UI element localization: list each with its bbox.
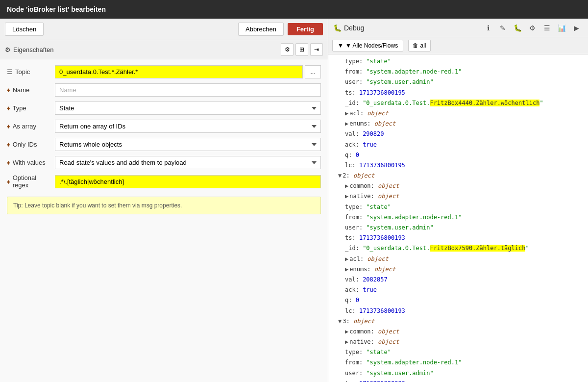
as-array-select[interactable]: Return one array of IDs Return separate … xyxy=(55,120,321,133)
topic-row: ☰ Topic ... xyxy=(7,65,321,78)
main-layout: Löschen Abbrechen Fertig ⚙ Eigenschaften… xyxy=(0,19,588,382)
debug-line: val: 290820 xyxy=(328,129,588,139)
as-array-label: ♦ As array xyxy=(7,123,51,130)
form-body: ☰ Topic ... ♦ Name ♦ T xyxy=(0,59,328,382)
debug-line: ts: 1713736800195 xyxy=(328,88,588,98)
name-row: ♦ Name xyxy=(7,83,321,97)
type-label: ♦ Type xyxy=(7,104,51,112)
debug-content: type: "state" from: "system.adapter.node… xyxy=(328,54,588,382)
properties-title: ⚙ Eigenschaften xyxy=(5,46,53,53)
topic-input[interactable] xyxy=(55,65,303,78)
debug-line: lc: 1713736800195 xyxy=(328,160,588,171)
as-array-bullet: ♦ xyxy=(7,123,10,130)
debug-line: type: "state" xyxy=(328,202,588,212)
debug-line: from: "system.adapter.node-red.1" xyxy=(328,67,588,77)
debug-header: 🐛 Debug ℹ ✎ 🐛 ⚙ ☰ 📊 ▶ xyxy=(328,19,588,37)
only-ids-bullet: ♦ xyxy=(7,141,10,148)
properties-icons: ⚙ ⊞ ⇥ xyxy=(281,43,323,56)
only-ids-row: ♦ Only IDs Returns whole objects Only ID… xyxy=(7,138,321,151)
chart-icon-btn[interactable]: 📊 xyxy=(555,21,568,35)
right-panel: 🐛 Debug ℹ ✎ 🐛 ⚙ ☰ 📊 ▶ ▼ ▼ Alle Nodes/Flo… xyxy=(328,19,588,382)
filter-icon: ▼ xyxy=(338,42,343,49)
all-btn[interactable]: 🗑 all xyxy=(408,40,430,51)
debug-line-common3[interactable]: ▶common: object xyxy=(328,327,588,337)
debug-line: val: 2082857 xyxy=(328,275,588,285)
export-icon-btn[interactable]: ⇥ xyxy=(310,43,323,56)
name-label: ♦ Name xyxy=(7,86,51,94)
with-values-row: ♦ With values Read state's values and ad… xyxy=(7,156,321,169)
topic-label: ☰ Topic xyxy=(7,68,51,76)
debug-line-enums1[interactable]: ▶enums: object xyxy=(328,119,588,129)
list-debug-btn[interactable]: ☰ xyxy=(540,21,554,35)
with-values-label: ♦ With values xyxy=(7,159,51,166)
topic-input-group: ... xyxy=(55,65,321,78)
debug-line: type: "state" xyxy=(328,347,588,357)
expand-icon-btn[interactable]: ▶ xyxy=(569,21,583,35)
abbrechen-button[interactable]: Abbrechen xyxy=(238,23,284,36)
list-icon: ☰ xyxy=(7,68,13,76)
name-bullet: ♦ xyxy=(7,86,10,94)
debug-line-enums2[interactable]: ▶enums: object xyxy=(328,264,588,275)
as-array-row: ♦ As array Return one array of IDs Retur… xyxy=(7,120,321,133)
debug-line: user: "system.user.admin" xyxy=(328,368,588,379)
with-values-bullet: ♦ xyxy=(7,159,10,166)
debug-title: 🐛 Debug xyxy=(333,24,364,32)
debug-line: ts: 1713736800233 xyxy=(328,379,588,382)
debug-line-acl2[interactable]: ▶acl: object xyxy=(328,254,588,264)
debug-line-native2[interactable]: ▶native: object xyxy=(328,191,588,202)
debug-line: type: "state" xyxy=(328,56,588,67)
loeschen-button[interactable]: Löschen xyxy=(5,23,44,36)
optional-regex-input[interactable] xyxy=(55,175,321,188)
debug-icons: ℹ ✎ 🐛 ⚙ ☰ 📊 ▶ xyxy=(481,21,583,35)
debug-line: from: "system.adapter.node-red.1" xyxy=(328,212,588,223)
debug-line: ack: true xyxy=(328,140,588,150)
left-panel: Löschen Abbrechen Fertig ⚙ Eigenschaften… xyxy=(0,19,328,382)
topic-dots-button[interactable]: ... xyxy=(305,65,321,78)
bug-icon-btn[interactable]: 🐛 xyxy=(511,21,524,35)
trash-icon: 🗑 xyxy=(413,42,418,49)
bug-icon: 🐛 xyxy=(333,24,342,32)
type-bullet: ♦ xyxy=(7,104,10,112)
fertig-button[interactable]: Fertig xyxy=(288,23,323,35)
top-bar-title: Node 'ioBroker list' bearbeiten xyxy=(7,5,106,13)
edit-icon-btn[interactable]: ✎ xyxy=(496,21,510,35)
properties-header: ⚙ Eigenschaften ⚙ ⊞ ⇥ xyxy=(0,40,328,59)
optional-regex-label: ♦ Optional regex xyxy=(7,174,51,189)
debug-line: q: 0 xyxy=(328,150,588,160)
tip-box: Tip: Leave topic blank if you want to se… xyxy=(7,197,321,214)
settings-debug-btn[interactable]: ⚙ xyxy=(525,21,539,35)
with-values-select[interactable]: Read state's values and add them to payl… xyxy=(55,156,321,169)
optional-regex-row: ♦ Optional regex xyxy=(7,174,321,189)
debug-line: q: 0 xyxy=(328,295,588,306)
type-select[interactable]: State Object Enum Channel Device Folder … xyxy=(55,102,321,115)
debug-line: ack: true xyxy=(328,285,588,295)
info-icon-btn[interactable]: ℹ xyxy=(481,21,495,35)
debug-line: from: "system.adapter.node-red.1" xyxy=(328,357,588,368)
type-row: ♦ Type State Object Enum Channel Device … xyxy=(7,102,321,115)
debug-line: user: "system.user.admin" xyxy=(328,223,588,233)
debug-line-common2[interactable]: ▶common: object xyxy=(328,181,588,191)
debug-section-2[interactable]: ▼2: object xyxy=(328,171,588,181)
debug-section-3[interactable]: ▼3: object xyxy=(328,316,588,327)
debug-line-id1: _id: "0_userdata.0.Test.FritzBox4440.Zäh… xyxy=(328,98,588,108)
debug-line: lc: 1713736800193 xyxy=(328,306,588,316)
debug-line: user: "system.user.admin" xyxy=(328,77,588,87)
debug-line: ts: 1713736800193 xyxy=(328,233,588,243)
debug-filter-bar: ▼ ▼ Alle Nodes/Flows 🗑 all xyxy=(328,37,588,54)
debug-line-id2: _id: "0_userdata.0.Test.FritzBox7590.Zäh… xyxy=(328,243,588,254)
only-ids-label: ♦ Only IDs xyxy=(7,141,51,148)
left-actions: Löschen Abbrechen Fertig xyxy=(0,19,328,40)
all-nodes-filter-btn[interactable]: ▼ ▼ Alle Nodes/Flows xyxy=(332,40,403,51)
debug-line-acl1[interactable]: ▶acl: object xyxy=(328,108,588,119)
optional-regex-bullet: ♦ xyxy=(7,178,10,185)
debug-line-native3[interactable]: ▶native: object xyxy=(328,337,588,347)
only-ids-select[interactable]: Returns whole objects Only IDs xyxy=(55,138,321,151)
gear-icon: ⚙ xyxy=(5,46,11,53)
top-bar: Node 'ioBroker list' bearbeiten xyxy=(0,0,588,19)
name-input[interactable] xyxy=(55,83,321,97)
copy-icon-btn[interactable]: ⊞ xyxy=(295,43,308,56)
settings-icon-btn[interactable]: ⚙ xyxy=(281,43,294,56)
